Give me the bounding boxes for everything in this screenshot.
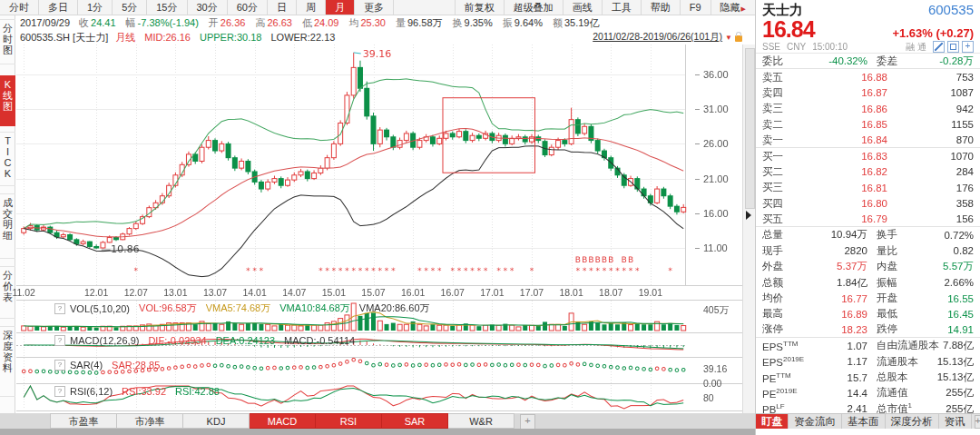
indicator-value: MACD:-0.54114 <box>284 335 355 346</box>
quote-tab-bar: 盯盘资金流向基本面深度分析资讯+ <box>756 413 980 429</box>
period-tab-1分[interactable]: 1分 <box>78 0 113 15</box>
stat-row: 外盘5.37万内盘5.57万 <box>756 259 980 274</box>
ask-row[interactable]: 卖二16.851155 <box>756 117 980 133</box>
x-axis-label: 16.01 <box>397 287 428 298</box>
date-range[interactable]: 2011/02/28-2019/06/26(101月) <box>593 31 722 44</box>
indicator-value: DIF:-0.02934 <box>148 335 206 346</box>
bottom-tab-KDJ[interactable]: KDJ <box>183 413 250 429</box>
sidebar-item-K线图[interactable]: K线图 <box>0 75 15 126</box>
symbol-label: 600535.SH [天士力] <box>20 31 108 44</box>
scrollbar-thumb[interactable] <box>745 48 755 209</box>
indicator-value: RSI:33.92 <box>122 386 166 397</box>
indicator-value: VOL:96.58万 <box>139 302 197 313</box>
x-axis-label: 14.01 <box>240 287 270 298</box>
bottom-tab-MACD[interactable]: MACD <box>250 413 316 429</box>
bid-row[interactable]: 买一16.831070 <box>756 148 980 163</box>
toolbar-button-隐藏[interactable]: 隐藏▶ <box>710 0 755 15</box>
bottom-tab-W&R[interactable]: W&R <box>448 413 514 429</box>
x-axis-label: 16.07 <box>437 287 468 298</box>
vertical-scrollbar[interactable] <box>742 44 755 413</box>
indicator-tab-bar: 市盈率市净率KDJMACDRSISARW&R+ <box>0 413 755 429</box>
x-axis-label: 15.01 <box>318 287 349 298</box>
toolbar-button-F9[interactable]: F9 <box>680 0 710 15</box>
kline-canvas[interactable] <box>16 44 742 413</box>
period-tab-月[interactable]: 月 <box>326 0 355 15</box>
sidebar-item-TICK[interactable]: TICK <box>0 132 15 186</box>
toolbar-button-前复权[interactable]: 前复权 <box>455 0 504 15</box>
lock-icon[interactable] <box>735 35 742 42</box>
boll-upper-label: UPPER:30.18 <box>200 32 261 43</box>
info-field: 高26.63 <box>255 17 292 28</box>
info-field: 幅-7.38%(-1.94) <box>126 17 199 28</box>
bid-row[interactable]: 买四16.80358 <box>756 196 980 212</box>
vol-name: VOL(5,10,20) <box>70 303 130 314</box>
sidebar-item-深度资料[interactable]: 深度资料 <box>0 326 15 397</box>
edit-icon[interactable] <box>933 41 945 53</box>
ask-row[interactable]: 卖三16.86942 <box>756 101 980 116</box>
macd-pane-header: ? MACD(12,26,9) DIF:-0.02934DEA:0.24123M… <box>54 335 364 346</box>
note-icon[interactable] <box>947 41 959 53</box>
exchange-info: SSECNY15:00:10 <box>762 42 854 52</box>
vol-max-label: 405万 <box>703 304 729 317</box>
sar-name: SAR(4) <box>70 360 103 371</box>
top-toolbar: 分时多日1分5分15分30分60分日周月更多 前复权超级叠加画线工具帮助F9隐藏… <box>0 0 755 15</box>
chevron-down-icon[interactable]: ▼ <box>725 34 732 42</box>
bid-row[interactable]: 买三16.81176 <box>756 180 980 195</box>
period-tab-更多[interactable]: 更多 <box>355 0 394 15</box>
stat-row: 涨停18.23跌停14.91 <box>756 322 980 338</box>
rsi-name: RSI(6,12) <box>70 386 113 397</box>
ask-row[interactable]: 卖四16.871087 <box>756 85 980 101</box>
sidebar-item-分时图[interactable]: 分时图 <box>0 19 15 64</box>
toolbar-button-超级叠加[interactable]: 超级叠加 <box>504 0 563 15</box>
rsi-pane-header: ? RSI(6,12) RSI:33.92RSI:42.88 <box>54 386 229 397</box>
ask-row[interactable]: 卖五16.88753 <box>756 69 980 84</box>
period-tab-15分[interactable]: 15分 <box>147 0 187 15</box>
quote-tab-基本面[interactable]: 基本面 <box>842 414 886 429</box>
toolbar-button-帮助[interactable]: 帮助 <box>641 0 680 15</box>
y-axis-label: 26.00 <box>703 138 729 149</box>
bid-row[interactable]: 买二16.82284 <box>756 164 980 180</box>
macd-name: MACD(12,26,9) <box>70 335 139 346</box>
quote-tab-资讯[interactable]: 资讯 <box>939 414 972 429</box>
last-price: 16.84 <box>762 18 815 40</box>
stat-row: 总额1.84亿振幅2.66% <box>756 274 980 290</box>
toolbar-button-工具[interactable]: 工具 <box>602 0 641 15</box>
indicator-value: VMA5:74.68万 <box>206 302 271 313</box>
candle-date: 2017/09/29 <box>20 17 70 28</box>
bottom-tab-SAR[interactable]: SAR <box>382 413 448 429</box>
collapse-panel-icon[interactable] <box>746 211 751 220</box>
add-indicator-icon[interactable]: + <box>520 414 535 430</box>
quote-tab-盯盘[interactable]: 盯盘 <box>756 414 789 429</box>
info-field: 开26.36 <box>209 17 246 28</box>
x-axis-label: 17.07 <box>516 287 547 298</box>
add-icon[interactable]: + <box>962 41 974 53</box>
bottom-tab-市净率[interactable]: 市净率 <box>117 413 183 429</box>
sidebar-item-成交明细[interactable]: 成交明细 <box>0 193 15 259</box>
x-axis-label: 12.07 <box>121 287 152 298</box>
help-icon[interactable]: ? <box>54 303 65 314</box>
add-tab-icon[interactable]: + <box>975 415 980 429</box>
quote-tab-资金流向[interactable]: 资金流向 <box>789 414 842 429</box>
x-axis-label: 13.07 <box>200 287 230 298</box>
help-icon[interactable]: ? <box>54 360 65 371</box>
help-icon[interactable]: ? <box>54 335 65 346</box>
period-tab-分时[interactable]: 分时 <box>0 0 39 15</box>
bottom-tab-市盈率[interactable]: 市盈率 <box>50 413 117 429</box>
indicator-value: VMA10:84.68万 <box>279 302 350 313</box>
period-tab-周[interactable]: 周 <box>297 0 326 15</box>
help-icon[interactable]: ? <box>54 386 65 397</box>
chevron-right-icon: ▶ <box>741 5 746 12</box>
period-tab-多日[interactable]: 多日 <box>39 0 78 15</box>
boll-lower-label: LOWER:22.13 <box>270 32 335 43</box>
period-tab-30分[interactable]: 30分 <box>188 0 228 15</box>
period-tab-60分[interactable]: 60分 <box>228 0 268 15</box>
toolbar-button-画线[interactable]: 画线 <box>563 0 602 15</box>
bid-row[interactable]: 买五16.79156 <box>756 212 980 227</box>
quote-tab-深度分析[interactable]: 深度分析 <box>886 414 939 429</box>
period-tab-日[interactable]: 日 <box>268 0 297 15</box>
x-axis-label: 19.01 <box>635 287 666 298</box>
indicator-value: VMA20:86.60万 <box>359 302 430 313</box>
period-tab-5分[interactable]: 5分 <box>113 0 147 15</box>
bottom-tab-RSI[interactable]: RSI <box>316 413 382 429</box>
ask-row[interactable]: 卖一16.84870 <box>756 133 980 148</box>
